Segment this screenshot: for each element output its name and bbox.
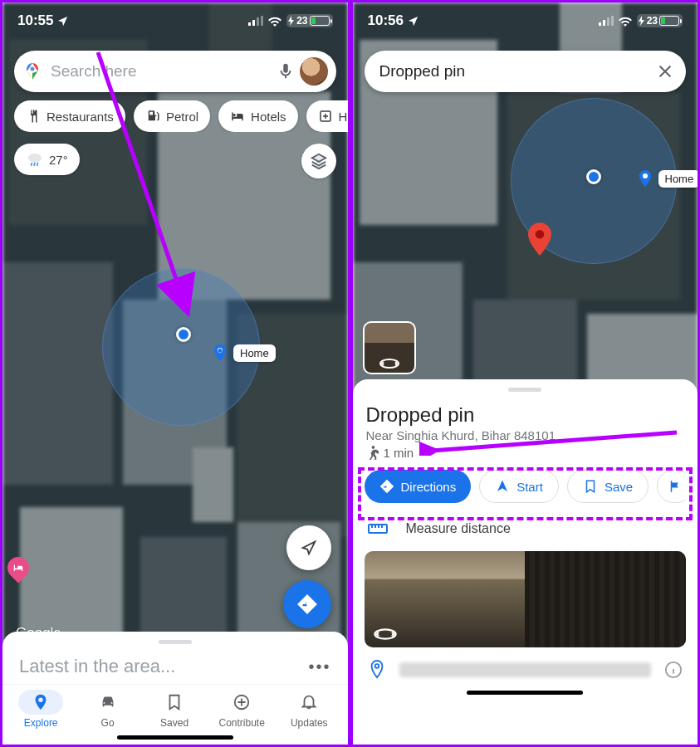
bottom-sheet[interactable]: Latest in the area... ••• Explore Go Sav…	[2, 632, 348, 745]
tab-updates[interactable]: Updates	[286, 690, 331, 729]
home-pin-icon	[635, 168, 655, 188]
start-button[interactable]: Start	[479, 470, 559, 503]
recenter-button[interactable]	[286, 525, 331, 570]
cellular-icon	[599, 16, 614, 26]
home-saved-place[interactable]: Home	[210, 343, 276, 363]
bookmark-icon	[583, 479, 598, 494]
search-value: Dropped pin	[379, 62, 653, 81]
hotel-icon	[230, 109, 245, 124]
streetview-360-icon	[373, 627, 398, 641]
search-bar[interactable]: Dropped pin	[365, 51, 687, 92]
tab-saved[interactable]: Saved	[152, 690, 197, 729]
battery-indicator: 23	[637, 14, 683, 27]
dropped-pin-icon[interactable]	[528, 222, 551, 256]
chip-label: Restaurants	[47, 110, 114, 124]
home-saved-place[interactable]: Home	[635, 168, 701, 188]
weather-pill[interactable]: 27°	[14, 144, 80, 175]
explore-pin-icon	[32, 693, 50, 711]
svg-rect-4	[261, 16, 263, 26]
home-indicator[interactable]	[467, 691, 583, 695]
svg-point-11	[643, 173, 648, 178]
directions-fab[interactable]	[283, 580, 331, 628]
wifi-icon	[267, 16, 282, 27]
location-arrow-icon	[300, 539, 318, 557]
clear-search-button[interactable]	[653, 59, 678, 84]
svg-rect-3	[257, 17, 259, 26]
status-time: 10:56	[368, 12, 404, 29]
ruler-icon	[368, 521, 388, 536]
more-icon[interactable]: •••	[308, 657, 330, 676]
streetview-thumbnail[interactable]	[363, 321, 416, 374]
home-indicator[interactable]	[117, 735, 233, 740]
streetview-360-icon	[379, 358, 400, 369]
drag-handle[interactable]	[508, 388, 541, 392]
directions-icon	[296, 593, 318, 615]
tab-label: Contribute	[218, 717, 264, 729]
location-arrow-icon	[56, 15, 69, 27]
directions-button[interactable]: Directions	[365, 470, 472, 503]
chip-restaurants[interactable]: Restaurants	[14, 100, 125, 132]
tab-label: Saved	[160, 717, 188, 729]
place-card[interactable]: Dropped pin Near Singhia Khurd, Bihar 84…	[353, 379, 698, 745]
current-location-dot[interactable]	[586, 169, 601, 184]
chip-label: Petrol	[166, 110, 198, 124]
walk-time: 1 min	[384, 446, 414, 460]
battery-percent: 23	[296, 15, 307, 27]
microphone-icon[interactable]	[277, 62, 295, 81]
more-action-button[interactable]	[657, 470, 686, 503]
hospital-icon	[318, 109, 333, 124]
layers-button[interactable]	[301, 144, 336, 178]
tab-label: Updates	[291, 717, 328, 729]
svg-rect-2	[252, 20, 255, 26]
location-arrow-icon	[407, 15, 419, 27]
tab-go[interactable]: Go	[86, 690, 130, 729]
streetview-preview[interactable]	[365, 551, 687, 647]
tab-contribute[interactable]: Contribute	[218, 690, 264, 729]
info-icon[interactable]	[664, 661, 683, 679]
svg-rect-1	[248, 22, 251, 26]
button-label: Start	[516, 480, 543, 494]
svg-rect-16	[607, 17, 609, 26]
address-text-blurred	[399, 662, 652, 677]
chip-hotels[interactable]: Hotels	[218, 100, 298, 132]
marker-icon	[368, 659, 386, 681]
chip-hospitals[interactable]: Hospitals	[306, 100, 348, 132]
rain-cloud-icon	[26, 152, 44, 167]
current-location-dot[interactable]	[176, 327, 191, 342]
bottom-tabs: Explore Go Saved Contribute Updates	[2, 684, 348, 730]
account-avatar[interactable]	[300, 57, 328, 85]
search-bar[interactable]: Search here	[14, 51, 336, 92]
plus-circle-icon	[233, 693, 251, 711]
svg-rect-17	[611, 16, 614, 26]
measure-distance-row[interactable]: Measure distance	[365, 516, 687, 551]
home-label: Home	[233, 344, 276, 362]
phone-left: Home 10:55 23 Search here Restaurants	[0, 0, 350, 747]
walk-time-row: 1 min	[366, 446, 685, 460]
restaurant-icon	[26, 109, 41, 124]
svg-rect-15	[603, 20, 605, 26]
battery-indicator: 23	[286, 14, 332, 27]
place-address: Near Singhia Khurd, Bihar 848101	[366, 428, 685, 442]
status-time: 10:55	[17, 12, 53, 29]
action-buttons-row: Directions Start Save	[365, 470, 687, 503]
cellular-icon	[248, 16, 263, 26]
charging-icon	[288, 16, 295, 26]
category-chips-row: Restaurants Petrol Hotels Hospitals	[14, 100, 348, 132]
walk-icon	[366, 446, 379, 460]
drag-handle[interactable]	[159, 640, 192, 644]
petrol-icon	[145, 109, 160, 124]
chip-label: Hospitals	[339, 110, 348, 124]
button-label: Save	[605, 480, 633, 494]
save-button[interactable]: Save	[567, 470, 649, 503]
svg-point-21	[374, 664, 379, 668]
tab-label: Go	[101, 717, 115, 729]
tab-explore[interactable]: Explore	[18, 690, 63, 729]
flag-icon	[668, 479, 683, 494]
chip-label: Hotels	[251, 110, 286, 124]
address-details-row[interactable]	[365, 647, 687, 686]
chip-petrol[interactable]: Petrol	[134, 100, 210, 132]
svg-point-6	[31, 67, 35, 71]
button-label: Directions	[401, 480, 457, 494]
svg-rect-14	[599, 22, 601, 26]
svg-point-12	[535, 230, 544, 239]
